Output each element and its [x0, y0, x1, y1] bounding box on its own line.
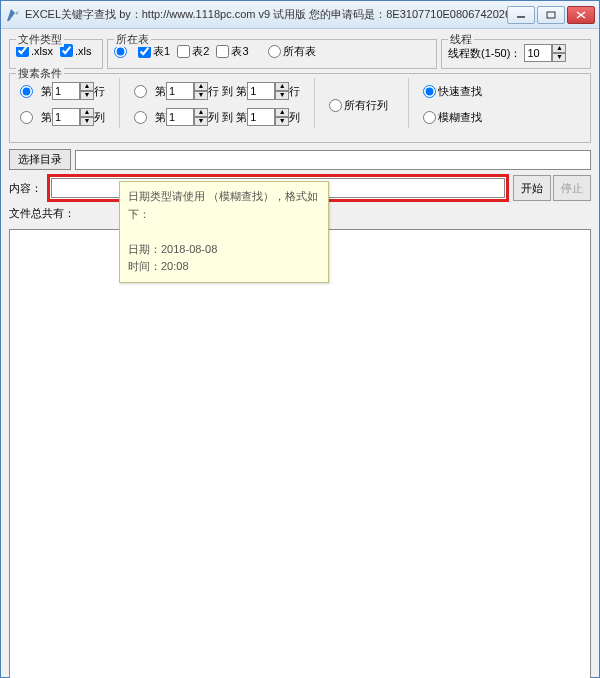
- window-title: EXCEL关键字查找 by：http://www.1118pc.com v9 试…: [25, 7, 507, 22]
- checkbox-table3[interactable]: 表3: [216, 44, 248, 59]
- close-button[interactable]: [567, 6, 595, 24]
- stop-button[interactable]: 停止: [553, 175, 591, 201]
- directory-path-field[interactable]: [75, 150, 591, 170]
- search-group-all: 所有行列: [325, 78, 398, 136]
- fieldset-tables: 所在表 表1 表2 表3 所有表: [107, 39, 437, 69]
- select-directory-button[interactable]: 选择目录: [9, 149, 71, 170]
- tooltip-line1: 日期类型请使用 （模糊查找），格式如下：: [128, 188, 320, 223]
- thread-label: 线程数(1-50)：: [448, 47, 521, 59]
- maximize-button[interactable]: [537, 6, 565, 24]
- spin-down-icon[interactable]: ▼: [552, 53, 566, 62]
- tables-legend: 所在表: [114, 32, 151, 47]
- start-button[interactable]: 开始: [513, 175, 551, 201]
- radio-col-single[interactable]: [20, 111, 35, 124]
- window-controls: [507, 6, 595, 24]
- radio-fast-search[interactable]: 快速查找: [423, 84, 482, 99]
- svg-rect-1: [547, 12, 555, 18]
- radio-col-range[interactable]: [134, 111, 149, 124]
- search-group-single: 第 ▲▼ 行 第 ▲▼ 列: [16, 78, 109, 134]
- minimize-button[interactable]: [507, 6, 535, 24]
- separator: [314, 78, 315, 128]
- results-pane[interactable]: [9, 229, 591, 678]
- radio-all-rowcol[interactable]: 所有行列: [329, 98, 388, 113]
- content-label: 内容：: [9, 181, 47, 196]
- filecount-label: 文件总共有：: [9, 206, 75, 221]
- directory-row: 选择目录: [9, 149, 591, 170]
- thread-spinner[interactable]: ▲▼: [524, 44, 566, 62]
- checkbox-xls[interactable]: .xls: [60, 44, 92, 57]
- filetype-legend: 文件类型: [16, 32, 64, 47]
- col-spinner[interactable]: ▲▼: [52, 108, 94, 126]
- fieldset-thread: 线程 线程数(1-50)： ▲▼: [441, 39, 591, 69]
- radio-row-single[interactable]: [20, 85, 35, 98]
- radio-fuzzy-search[interactable]: 模糊查找: [423, 110, 482, 125]
- row-spinner[interactable]: ▲▼: [52, 82, 94, 100]
- fieldset-filetype: 文件类型 .xlsx .xls: [9, 39, 103, 69]
- search-group-range: 第 ▲▼ 行 到 第 ▲▼ 行 第 ▲▼ 列 到 第: [130, 78, 304, 134]
- fieldset-search: 搜素条件 第 ▲▼ 行 第 ▲▼ 列: [9, 73, 591, 143]
- search-group-mode: 快速查找 模糊查找: [419, 78, 492, 134]
- search-legend: 搜素条件: [16, 66, 64, 81]
- radio-row-range[interactable]: [134, 85, 149, 98]
- tooltip-line2: 日期：2018-08-08: [128, 241, 320, 259]
- app-icon: [5, 7, 21, 23]
- spin-up-icon[interactable]: ▲: [552, 44, 566, 53]
- app-window: EXCEL关键字查找 by：http://www.1118pc.com v9 试…: [0, 0, 600, 678]
- separator: [408, 78, 409, 128]
- titlebar: EXCEL关键字查找 by：http://www.1118pc.com v9 试…: [1, 1, 599, 29]
- separator: [119, 78, 120, 128]
- radio-all-tables[interactable]: 所有表: [268, 44, 316, 59]
- tooltip-line3: 时间：20:08: [128, 258, 320, 276]
- checkbox-table2[interactable]: 表2: [177, 44, 209, 59]
- thread-legend: 线程: [448, 32, 474, 47]
- tooltip: 日期类型请使用 （模糊查找），格式如下： 日期：2018-08-08 时间：20…: [119, 181, 329, 283]
- thread-input[interactable]: [524, 44, 552, 62]
